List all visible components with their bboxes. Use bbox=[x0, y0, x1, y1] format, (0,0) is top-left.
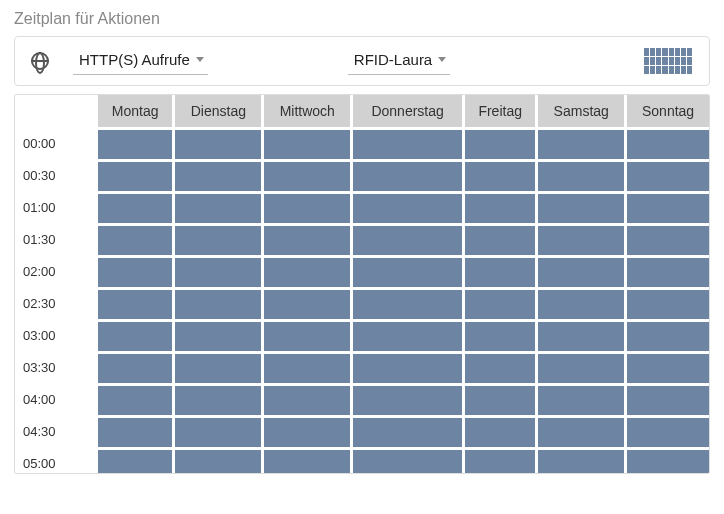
schedule-slot[interactable] bbox=[95, 351, 172, 383]
schedule-slot[interactable] bbox=[261, 159, 350, 191]
schedule-slot[interactable] bbox=[172, 351, 261, 383]
schedule-slot[interactable] bbox=[535, 447, 624, 474]
schedule-slot[interactable] bbox=[350, 255, 462, 287]
schedule-slot[interactable] bbox=[172, 159, 261, 191]
time-label: 05:00 bbox=[15, 447, 95, 474]
schedule-slot[interactable] bbox=[535, 127, 624, 159]
time-label: 03:30 bbox=[15, 351, 95, 383]
schedule-slot[interactable] bbox=[261, 223, 350, 255]
time-label: 00:30 bbox=[15, 159, 95, 191]
schedule-slot[interactable] bbox=[462, 383, 535, 415]
time-label: 00:00 bbox=[15, 127, 95, 159]
schedule-slot[interactable] bbox=[462, 127, 535, 159]
schedule-slot[interactable] bbox=[350, 223, 462, 255]
day-header: Dienstag bbox=[172, 95, 261, 127]
fill-all-icon[interactable] bbox=[643, 47, 693, 75]
schedule-slot[interactable] bbox=[95, 287, 172, 319]
schedule-slot[interactable] bbox=[261, 447, 350, 474]
schedule-slot[interactable] bbox=[172, 447, 261, 474]
action-type-label: HTTP(S) Aufrufe bbox=[79, 51, 190, 68]
schedule-slot[interactable] bbox=[350, 287, 462, 319]
schedule-slot[interactable] bbox=[624, 223, 709, 255]
schedule-slot[interactable] bbox=[172, 255, 261, 287]
schedule-slot[interactable] bbox=[95, 191, 172, 223]
schedule-slot[interactable] bbox=[462, 255, 535, 287]
time-label: 01:00 bbox=[15, 191, 95, 223]
target-label: RFID-Laura bbox=[354, 51, 432, 68]
schedule-slot[interactable] bbox=[462, 223, 535, 255]
schedule-slot[interactable] bbox=[95, 223, 172, 255]
schedule-scroll[interactable]: MontagDienstagMittwochDonnerstagFreitagS… bbox=[14, 94, 710, 474]
schedule-slot[interactable] bbox=[462, 319, 535, 351]
schedule-slot[interactable] bbox=[261, 383, 350, 415]
schedule-slot[interactable] bbox=[172, 223, 261, 255]
schedule-slot[interactable] bbox=[535, 351, 624, 383]
schedule-slot[interactable] bbox=[350, 159, 462, 191]
schedule-slot[interactable] bbox=[624, 383, 709, 415]
schedule-slot[interactable] bbox=[350, 447, 462, 474]
schedule-slot[interactable] bbox=[462, 191, 535, 223]
schedule-slot[interactable] bbox=[535, 191, 624, 223]
schedule-slot[interactable] bbox=[261, 351, 350, 383]
schedule-row: 03:00 bbox=[15, 319, 709, 351]
schedule-slot[interactable] bbox=[624, 127, 709, 159]
schedule-slot[interactable] bbox=[535, 255, 624, 287]
schedule-slot[interactable] bbox=[261, 415, 350, 447]
schedule-slot[interactable] bbox=[261, 287, 350, 319]
schedule-slot[interactable] bbox=[95, 159, 172, 191]
schedule-slot[interactable] bbox=[172, 383, 261, 415]
schedule-slot[interactable] bbox=[95, 319, 172, 351]
schedule-slot[interactable] bbox=[350, 127, 462, 159]
schedule-slot[interactable] bbox=[261, 255, 350, 287]
globe-icon bbox=[31, 52, 49, 70]
schedule-slot[interactable] bbox=[261, 319, 350, 351]
schedule-slot[interactable] bbox=[624, 191, 709, 223]
day-header: Montag bbox=[95, 95, 172, 127]
schedule-slot[interactable] bbox=[624, 287, 709, 319]
schedule-slot[interactable] bbox=[350, 351, 462, 383]
day-header: Samstag bbox=[535, 95, 624, 127]
target-dropdown[interactable]: RFID-Laura bbox=[348, 47, 450, 75]
schedule-slot[interactable] bbox=[261, 127, 350, 159]
schedule-slot[interactable] bbox=[624, 351, 709, 383]
schedule-slot[interactable] bbox=[172, 287, 261, 319]
schedule-row: 01:30 bbox=[15, 223, 709, 255]
schedule-slot[interactable] bbox=[350, 319, 462, 351]
schedule-slot[interactable] bbox=[535, 383, 624, 415]
schedule-table: MontagDienstagMittwochDonnerstagFreitagS… bbox=[15, 95, 709, 474]
schedule-row: 02:00 bbox=[15, 255, 709, 287]
schedule-slot[interactable] bbox=[535, 223, 624, 255]
schedule-slot[interactable] bbox=[95, 383, 172, 415]
day-header: Donnerstag bbox=[350, 95, 462, 127]
action-type-dropdown[interactable]: HTTP(S) Aufrufe bbox=[73, 47, 208, 75]
time-label: 02:00 bbox=[15, 255, 95, 287]
schedule-slot[interactable] bbox=[624, 255, 709, 287]
schedule-slot[interactable] bbox=[172, 319, 261, 351]
schedule-slot[interactable] bbox=[172, 191, 261, 223]
schedule-slot[interactable] bbox=[95, 415, 172, 447]
schedule-slot[interactable] bbox=[535, 287, 624, 319]
schedule-slot[interactable] bbox=[462, 287, 535, 319]
schedule-slot[interactable] bbox=[462, 447, 535, 474]
schedule-slot[interactable] bbox=[624, 415, 709, 447]
schedule-row: 00:00 bbox=[15, 127, 709, 159]
schedule-slot[interactable] bbox=[462, 159, 535, 191]
schedule-slot[interactable] bbox=[462, 351, 535, 383]
schedule-slot[interactable] bbox=[462, 415, 535, 447]
schedule-slot[interactable] bbox=[535, 319, 624, 351]
schedule-slot[interactable] bbox=[624, 319, 709, 351]
schedule-slot[interactable] bbox=[535, 159, 624, 191]
schedule-slot[interactable] bbox=[535, 415, 624, 447]
schedule-slot[interactable] bbox=[95, 127, 172, 159]
schedule-slot[interactable] bbox=[350, 415, 462, 447]
schedule-slot[interactable] bbox=[172, 415, 261, 447]
toolbar: HTTP(S) Aufrufe RFID-Laura bbox=[14, 36, 710, 86]
schedule-slot[interactable] bbox=[624, 159, 709, 191]
schedule-slot[interactable] bbox=[172, 127, 261, 159]
schedule-slot[interactable] bbox=[95, 447, 172, 474]
schedule-slot[interactable] bbox=[350, 191, 462, 223]
schedule-slot[interactable] bbox=[624, 447, 709, 474]
schedule-slot[interactable] bbox=[350, 383, 462, 415]
schedule-slot[interactable] bbox=[261, 191, 350, 223]
schedule-slot[interactable] bbox=[95, 255, 172, 287]
